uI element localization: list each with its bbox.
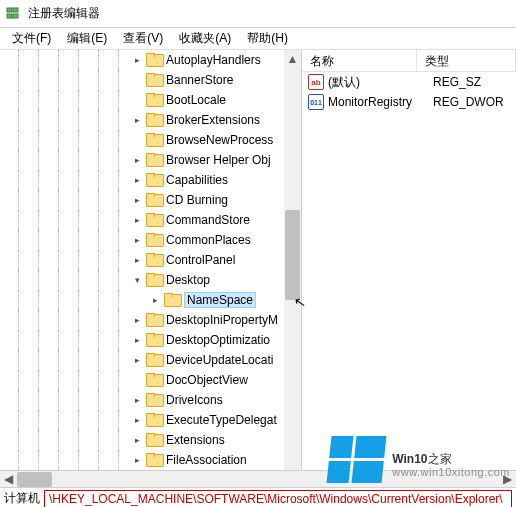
tree-item[interactable]: ▸DesktopIniPropertyM (0, 310, 284, 330)
menu-favorites[interactable]: 收藏夹(A) (171, 28, 239, 49)
menu-view[interactable]: 查看(V) (115, 28, 171, 49)
tree-item[interactable]: ▸DeviceUpdateLocati (0, 350, 284, 370)
list-row[interactable]: 011MonitorRegistryREG_DWOR (302, 92, 516, 112)
tree-item-label: FileAssociation (166, 453, 247, 467)
tree-item-label: DesktopIniPropertyM (166, 313, 278, 327)
tree-item-label: CommonPlaces (166, 233, 251, 247)
folder-icon (146, 153, 162, 167)
list-body[interactable]: ab(默认)REG_SZ011MonitorRegistryREG_DWOR (302, 72, 516, 112)
folder-icon (146, 213, 162, 227)
vertical-scrollbar[interactable]: ▲ (284, 50, 301, 470)
svg-rect-0 (7, 8, 12, 12)
tree-item[interactable]: ▸BrokerExtensions (0, 110, 284, 130)
chevron-right-icon[interactable]: ▸ (130, 433, 144, 447)
chevron-right-icon[interactable]: ▸ (130, 173, 144, 187)
list-row[interactable]: ab(默认)REG_SZ (302, 72, 516, 92)
scroll-thumb[interactable] (285, 210, 300, 300)
value-name: MonitorRegistry (328, 95, 433, 109)
tree-item-label: BannerStore (166, 73, 233, 87)
menu-help[interactable]: 帮助(H) (239, 28, 296, 49)
svg-rect-1 (13, 8, 18, 12)
menu-file[interactable]: 文件(F) (4, 28, 59, 49)
tree-item-label: AutoplayHandlers (166, 53, 261, 67)
chevron-right-icon[interactable]: ▸ (130, 153, 144, 167)
svg-rect-3 (13, 14, 18, 18)
no-expand-icon (130, 373, 144, 387)
tree-item[interactable]: ▸AutoplayHandlers (0, 50, 284, 70)
value-name: (默认) (328, 74, 433, 91)
chevron-right-icon[interactable]: ▸ (130, 233, 144, 247)
chevron-right-icon[interactable]: ▸ (130, 333, 144, 347)
tree-item[interactable]: ▾Desktop (0, 270, 284, 290)
tree-item[interactable]: ▸DriveIcons (0, 390, 284, 410)
tree-item[interactable]: ▸Capabilities (0, 170, 284, 190)
tree-item[interactable]: ▸CommandStore (0, 210, 284, 230)
hscroll-thumb[interactable] (17, 472, 52, 487)
tree-item[interactable]: ▸FileAssociation (0, 450, 284, 470)
tree-item[interactable]: ▸Extensions (0, 430, 284, 450)
folder-icon (146, 233, 162, 247)
tree-item-label: ControlPanel (166, 253, 235, 267)
column-name[interactable]: 名称 (302, 50, 417, 71)
chevron-right-icon[interactable]: ▸ (130, 213, 144, 227)
scroll-right-icon[interactable]: ▶ (499, 471, 516, 488)
tree-item-label: BootLocale (166, 93, 226, 107)
tree-item[interactable]: ▸ControlPanel (0, 250, 284, 270)
chevron-right-icon[interactable]: ▸ (130, 313, 144, 327)
hscroll-track[interactable] (17, 472, 499, 487)
tree-item[interactable]: ▸DesktopOptimizatio (0, 330, 284, 350)
folder-icon (146, 193, 162, 207)
chevron-right-icon[interactable]: ▸ (130, 453, 144, 467)
tree-item[interactable]: BootLocale (0, 90, 284, 110)
tree-item-label: Browser Helper Obj (166, 153, 271, 167)
tree-item-label: DeviceUpdateLocati (166, 353, 273, 367)
tree-item[interactable]: ▸Browser Helper Obj (0, 150, 284, 170)
chevron-right-icon[interactable]: ▸ (130, 113, 144, 127)
binary-value-icon: 011 (308, 94, 324, 110)
no-expand-icon (130, 73, 144, 87)
scroll-up-icon[interactable]: ▲ (284, 50, 301, 67)
folder-icon (146, 133, 162, 147)
tree-view[interactable]: ▸AutoplayHandlersBannerStoreBootLocale▸B… (0, 50, 284, 470)
menubar: 文件(F) 编辑(E) 查看(V) 收藏夹(A) 帮助(H) (0, 28, 516, 50)
chevron-right-icon[interactable]: ▸ (130, 193, 144, 207)
svg-rect-2 (7, 14, 12, 18)
tree-item[interactable]: ▸CommonPlaces (0, 230, 284, 250)
column-type[interactable]: 类型 (417, 50, 516, 71)
folder-icon (146, 453, 162, 467)
tree-item-label: Desktop (166, 273, 210, 287)
folder-icon (146, 113, 162, 127)
tree-item[interactable]: BannerStore (0, 70, 284, 90)
tree-item[interactable]: BrowseNewProcess (0, 130, 284, 150)
chevron-right-icon[interactable]: ▸ (148, 293, 162, 307)
tree-item-label: DocObjectView (166, 373, 248, 387)
tree-item-label: CD Burning (166, 193, 228, 207)
folder-icon (146, 393, 162, 407)
chevron-right-icon[interactable]: ▸ (130, 53, 144, 67)
chevron-right-icon[interactable]: ▸ (130, 253, 144, 267)
chevron-right-icon[interactable]: ▸ (130, 353, 144, 367)
chevron-right-icon[interactable]: ▸ (130, 413, 144, 427)
tree-item[interactable]: DocObjectView (0, 370, 284, 390)
list-pane: 名称 类型 ab(默认)REG_SZ011MonitorRegistryREG_… (302, 50, 516, 470)
menu-edit[interactable]: 编辑(E) (59, 28, 115, 49)
tree-item-label: CommandStore (166, 213, 250, 227)
chevron-right-icon[interactable]: ▸ (130, 393, 144, 407)
horizontal-scrollbar[interactable]: ◀ ▶ (0, 470, 516, 487)
scroll-left-icon[interactable]: ◀ (0, 471, 17, 488)
tree-item[interactable]: ▸CD Burning (0, 190, 284, 210)
folder-icon (164, 293, 180, 307)
folder-icon (146, 353, 162, 367)
chevron-down-icon[interactable]: ▾ (130, 273, 144, 287)
tree-item[interactable]: ▸NameSpace (0, 290, 284, 310)
string-value-icon: ab (308, 74, 324, 90)
folder-icon (146, 333, 162, 347)
folder-icon (146, 253, 162, 267)
folder-icon (146, 93, 162, 107)
tree-item-label: DesktopOptimizatio (166, 333, 270, 347)
tree-item-label: BrowseNewProcess (166, 133, 273, 147)
tree-item-label: NameSpace (184, 292, 256, 308)
statusbar: 计算机 \HKEY_LOCAL_MACHINE\SOFTWARE\Microso… (0, 487, 516, 507)
value-type: REG_SZ (433, 75, 481, 89)
tree-item[interactable]: ▸ExecuteTypeDelegat (0, 410, 284, 430)
